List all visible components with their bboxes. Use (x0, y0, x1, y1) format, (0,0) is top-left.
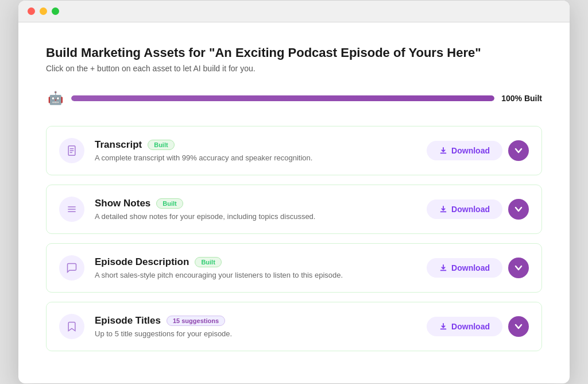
asset-name-episode-description: Episode Description (95, 256, 189, 268)
progress-label: 100% Built (501, 94, 542, 103)
robot-icon: 🤖 (46, 89, 64, 107)
asset-actions-transcript: Download (427, 140, 529, 161)
titlebar (18, 1, 570, 22)
asset-icon-episode-description (59, 255, 84, 281)
download-icon-episode-titles (439, 322, 447, 331)
asset-icon-show-notes (59, 197, 84, 222)
chevron-down-icon-episode-titles (514, 322, 523, 331)
progress-bar-wrapper (71, 95, 494, 101)
download-button-episode-description[interactable]: Download (427, 258, 502, 278)
progress-container: 🤖 100% Built (46, 89, 542, 107)
asset-info-episode-titles: Episode Titles 15 suggestions Up to 5 ti… (95, 315, 416, 338)
asset-badge-episode-description: Built (195, 257, 221, 267)
minimize-button[interactable] (40, 7, 47, 15)
asset-desc-episode-description: A short sales-style pitch encouraging yo… (95, 271, 416, 279)
asset-desc-episode-titles: Up to 5 title suggestions for your episo… (95, 329, 416, 338)
expand-button-transcript[interactable] (508, 140, 529, 161)
chevron-down-icon-show-notes (514, 205, 523, 213)
expand-button-episode-description[interactable] (508, 258, 529, 278)
asset-badge-show-notes: Built (156, 198, 183, 209)
asset-name-transcript: Transcript (95, 139, 142, 151)
asset-badge-episode-titles: 15 suggestions (167, 316, 225, 326)
expand-button-show-notes[interactable] (508, 199, 529, 220)
page-subtitle: Click on the + button on each asset to l… (46, 64, 542, 73)
download-button-episode-titles[interactable]: Download (427, 317, 502, 336)
asset-title-row-episode-titles: Episode Titles 15 suggestions (95, 315, 416, 327)
download-icon-episode-description (439, 264, 447, 272)
maximize-button[interactable] (52, 7, 59, 15)
asset-name-episode-titles: Episode Titles (95, 315, 161, 327)
asset-icon-transcript (59, 138, 84, 163)
download-icon-show-notes (439, 205, 447, 213)
asset-info-show-notes: Show Notes Built A detailed show notes f… (95, 198, 416, 221)
asset-card-show-notes: Show Notes Built A detailed show notes f… (46, 185, 542, 234)
download-icon-transcript (439, 147, 447, 155)
expand-button-episode-titles[interactable] (508, 316, 529, 337)
asset-badge-transcript: Built (148, 140, 174, 150)
asset-actions-episode-titles: Download (427, 316, 529, 337)
asset-title-row-episode-description: Episode Description Built (95, 256, 416, 268)
close-button[interactable] (28, 7, 35, 15)
asset-card-episode-description: Episode Description Built A short sales-… (46, 243, 542, 293)
chevron-down-icon-episode-description (514, 264, 523, 272)
asset-card-episode-titles: Episode Titles 15 suggestions Up to 5 ti… (46, 302, 542, 351)
asset-name-show-notes: Show Notes (95, 198, 150, 209)
asset-list: Transcript Built A complete transcript w… (46, 126, 542, 351)
main-content: Build Marketing Assets for "An Exciting … (18, 22, 570, 383)
app-window: Build Marketing Assets for "An Exciting … (18, 1, 570, 383)
progress-bar-fill (71, 95, 494, 101)
asset-actions-episode-description: Download (427, 258, 529, 278)
chevron-down-icon-transcript (514, 147, 523, 155)
download-button-transcript[interactable]: Download (427, 141, 502, 160)
page-title: Build Marketing Assets for "An Exciting … (46, 45, 542, 60)
asset-desc-transcript: A complete transcript with 99% accuracy … (95, 153, 416, 162)
asset-info-episode-description: Episode Description Built A short sales-… (95, 256, 416, 279)
asset-title-row-show-notes: Show Notes Built (95, 198, 416, 209)
asset-actions-show-notes: Download (427, 199, 529, 220)
asset-desc-show-notes: A detailed show notes for your episode, … (95, 212, 416, 221)
download-button-show-notes[interactable]: Download (427, 199, 502, 219)
asset-title-row-transcript: Transcript Built (95, 139, 416, 151)
asset-info-transcript: Transcript Built A complete transcript w… (95, 139, 416, 162)
asset-icon-episode-titles (59, 314, 84, 339)
asset-card-transcript: Transcript Built A complete transcript w… (46, 126, 542, 175)
